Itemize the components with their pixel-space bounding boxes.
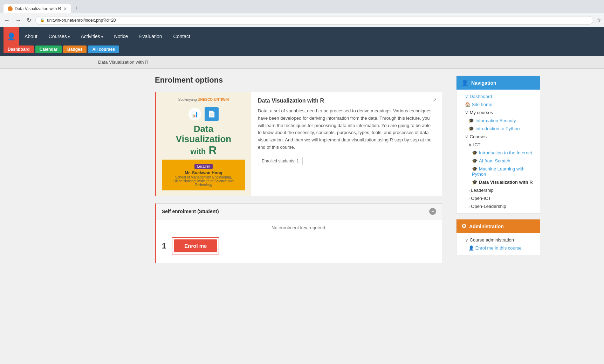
course-img-name: Mr. Suckwon Hong — [165, 170, 242, 175]
course-img-bottom: Lecturer Mr. Suckwon Hong School of Mana… — [162, 160, 245, 190]
sidebar-item-dashboard[interactable]: ∨ Dashboard — [457, 92, 540, 100]
ai-link[interactable]: AI from Scratch — [479, 158, 510, 163]
enrolled-students-count: 1 — [296, 159, 299, 163]
address-bar[interactable]: 🔒 unitwin-on.net/enrol/index.php?id=20 — [35, 16, 593, 24]
nav-contact[interactable]: Contact — [168, 27, 196, 46]
sitehome-link[interactable]: 🏠 Site home — [465, 102, 492, 107]
sidebar-item-ict[interactable]: ∨ ICT — [457, 141, 540, 149]
no-key-message: No enrolment key required. — [162, 225, 436, 230]
back-button[interactable]: ← — [3, 16, 11, 25]
dashboard-link[interactable]: ∨ Dashboard — [465, 94, 492, 99]
navigation-header-icon: 👤 — [461, 79, 468, 86]
tab-favicon — [8, 6, 13, 11]
course-img-title-line1: Data — [194, 124, 213, 134]
dataviz-label: Data Visualization with R — [479, 180, 533, 185]
sub-nav: Dashboard Calendar Badges All courses — [0, 46, 604, 56]
course-info-title: Data Visualization with R — [258, 98, 435, 104]
chart-icon: 📊 — [188, 108, 201, 120]
refresh-button[interactable]: ↻ — [25, 15, 33, 25]
collapse-button[interactable]: − — [429, 208, 436, 215]
nav-courses[interactable]: Courses — [43, 27, 75, 46]
sidebar-item-mycourses[interactable]: ∨ My courses — [457, 108, 540, 117]
sidebar-item-enrol-me[interactable]: 👤 Enrol me in this course — [457, 244, 540, 252]
tab-close-button[interactable]: ✕ — [63, 6, 67, 11]
self-enrolment-header: Self enrolment (Student) − — [156, 204, 442, 219]
nav-notice[interactable]: Notice — [109, 27, 134, 46]
nav-links: About Courses Activities Notice Evaluati… — [19, 27, 196, 46]
forward-button[interactable]: → — [14, 16, 22, 25]
ml-link[interactable]: Machine Learning with Python — [472, 166, 524, 177]
navigation-widget: 👤 Navigation ∨ Dashboard 🏠 Site home ∨ M… — [456, 76, 540, 214]
enrol-me-button[interactable]: Enrol me — [174, 239, 217, 252]
browser-toolbar: ← → ↻ 🔒 unitwin-on.net/enrol/index.php?i… — [0, 13, 604, 27]
self-enrolment-box: Self enrolment (Student) − No enrolment … — [155, 203, 442, 263]
python-link[interactable]: Introduction to Python — [475, 126, 520, 131]
course-img-title-line2: Visualization — [176, 134, 231, 144]
administration-header-icon: ⚙ — [461, 223, 466, 230]
sidebar-item-openict[interactable]: › Open-ICT — [457, 194, 540, 202]
course-info: ↗ Data Visualization with R Data, a set … — [251, 92, 442, 196]
main-layout: Enrolment options Sookmyung UNESCO-UNTIW… — [57, 69, 547, 277]
new-tab-button[interactable]: + — [72, 3, 82, 13]
course-image: Sookmyung UNESCO-UNTIWIN 📊 📄 Data Visual… — [156, 92, 251, 196]
course-img-with: with — [190, 147, 206, 156]
breadcrumb-text: Data Visualization with R — [98, 59, 149, 65]
administration-nav-list: ∨ Course administration 👤 Enrol me in th… — [457, 233, 540, 255]
internet-link[interactable]: Introduction to the Internet — [479, 150, 532, 155]
sidebar-item-ai[interactable]: 🎓AI from Scratch — [457, 157, 540, 165]
navigation-header-label: Navigation — [471, 80, 496, 86]
administration-header-label: Administration — [469, 224, 504, 229]
breadcrumb: Data Visualization with R — [0, 56, 604, 69]
dashboard-button[interactable]: Dashboard — [4, 46, 34, 53]
course-card: Sookmyung UNESCO-UNTIWIN 📊 📄 Data Visual… — [155, 92, 442, 196]
browser-tab[interactable]: Data Visualization with R ✕ — [4, 4, 71, 13]
sidebar-item-internet[interactable]: 🎓Introduction to the Internet — [457, 149, 540, 157]
enrolled-students-badge: Enrolled students: 1 — [258, 157, 303, 165]
content-area: Enrolment options Sookmyung UNESCO-UNTIW… — [57, 76, 449, 270]
sidebar-item-openleadership[interactable]: › Open-Leadership — [457, 202, 540, 210]
course-info-desc: Data, a set of variables, need to be pro… — [258, 107, 435, 151]
navigation-nav-list: ∨ Dashboard 🏠 Site home ∨ My courses 🎓In… — [457, 90, 540, 213]
calendar-button[interactable]: Calendar — [35, 46, 62, 53]
sidebar-item-ml[interactable]: 🎓Machine Learning with Python — [457, 165, 540, 178]
course-img-school: School of Management Engineering, — [165, 175, 242, 179]
nav-about[interactable]: About — [19, 27, 43, 46]
browser-tab-bar: Data Visualization with R ✕ + — [4, 3, 600, 13]
sidebar-item-sitehome[interactable]: 🏠 Site home — [457, 100, 540, 108]
top-nav: 👤 About Courses Activities Notice Evalua… — [0, 27, 604, 46]
infosec-link[interactable]: Information Security — [475, 118, 516, 123]
enrol-number: 1 — [162, 241, 166, 251]
nav-evaluation[interactable]: Evaluation — [133, 27, 167, 46]
enrol-button-wrapper: Enrol me — [172, 237, 219, 254]
administration-widget: ⚙ Administration ∨ Course administration… — [456, 219, 540, 255]
doc-icon: 📄 — [205, 107, 219, 121]
sidebar-item-leadership[interactable]: › Leadership — [457, 186, 540, 194]
lock-icon: 🔒 — [40, 18, 45, 22]
self-enrolment-body: No enrolment key required. 1 Enrol me — [156, 219, 442, 263]
administration-widget-header: ⚙ Administration — [457, 219, 540, 233]
nav-activities[interactable]: Activities — [75, 27, 109, 46]
course-img-lecturer-label: Lecturer — [194, 164, 213, 169]
self-enrolment-title: Self enrolment (Student) — [162, 209, 219, 214]
course-img-university: Ulsan National Institute of Science and … — [165, 179, 242, 187]
all-courses-button[interactable]: All courses — [88, 46, 119, 53]
sidebar-item-course-admin[interactable]: ∨ Course administration — [457, 236, 540, 244]
site-logo: 👤 — [4, 27, 19, 46]
enrol-row: 1 Enrol me — [162, 234, 436, 257]
badges-button[interactable]: Badges — [63, 46, 87, 53]
course-img-r: R — [208, 144, 217, 157]
sidebar-item-courses[interactable]: ∨ Courses — [457, 133, 540, 141]
tab-title: Data Visualization with R — [15, 6, 61, 11]
sidebar-item-infosec[interactable]: 🎓Information Security — [457, 117, 540, 125]
address-text: unitwin-on.net/enrol/index.php?id=20 — [47, 18, 116, 23]
course-img-header: Sookmyung UNESCO-UNTIWIN — [178, 98, 229, 102]
page-title: Enrolment options — [155, 76, 442, 85]
sidebar-item-dataviz[interactable]: 🎓Data Visualization with R — [457, 178, 540, 186]
enrol-me-nav-link[interactable]: Enrol me in this course — [475, 245, 522, 251]
navigation-widget-header: 👤 Navigation — [457, 76, 540, 90]
bookmark-icon[interactable]: ☆ — [596, 17, 601, 23]
sidebar: 👤 Navigation ∨ Dashboard 🏠 Site home ∨ M… — [456, 76, 547, 270]
external-link-icon[interactable]: ↗ — [433, 97, 437, 103]
browser-chrome: Data Visualization with R ✕ + — [0, 0, 604, 13]
sidebar-item-python[interactable]: 🎓Introduction to Python — [457, 125, 540, 133]
